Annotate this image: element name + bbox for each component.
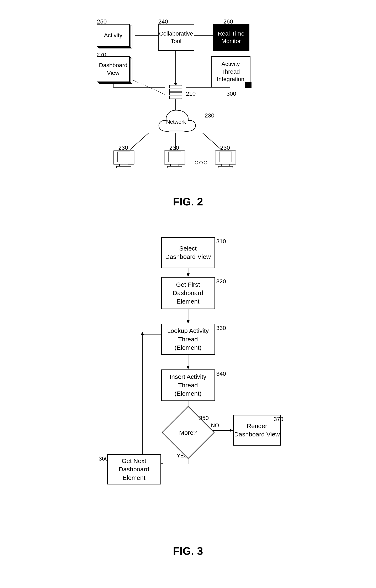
network-cloud: Network [142,108,210,135]
svg-rect-19 [169,96,182,99]
fc-320-label: Get FirstDashboardElement [173,281,203,306]
svg-marker-49 [141,332,144,335]
fc-330: Lookup ActivityThread(Element) [161,324,215,355]
fc-310-label: SelectDashboard View [165,244,211,261]
svg-rect-34 [218,166,233,168]
svg-rect-16 [169,85,182,88]
collab-tool-node: CollaborativeTool [158,24,194,51]
activity-node: Activity [97,24,134,51]
fc-350-label: More? [179,429,197,437]
activity-label: Activity [104,32,122,39]
fc-340-label: Insert ActivityThread(Element) [170,373,206,398]
fc-320: Get FirstDashboardElement [161,277,215,309]
server-num: 210 [186,90,196,97]
svg-rect-18 [169,92,182,95]
svg-rect-29 [170,164,179,166]
client3-node: 230 [213,150,238,171]
fig2-title: FIG. 2 [84,195,292,208]
collab-tool-label: CollaborativeTool [159,30,193,45]
ellipsis: ○○○ [194,158,208,167]
fig3-title: FIG. 3 [94,545,282,557]
realtime-monitor-node: Real-TimeMonitor [213,24,250,51]
client2-num: 230 [169,145,179,151]
client3-num: 230 [220,145,230,151]
svg-rect-33 [221,164,230,166]
fig2-container: Activity 250 CollaborativeTool 240 Real-… [84,12,292,218]
realtime-label: Real-TimeMonitor [218,30,244,45]
dashboard-view-label: DashboardView [99,62,127,77]
fc-360-label: Get NextDashboardElement [119,457,149,482]
svg-text:Network: Network [166,119,186,125]
fc-340: Insert ActivityThread(Element) [161,369,215,401]
svg-marker-38 [187,320,189,324]
fc-360-num: 360 [99,455,108,462]
fc-370-num: 370 [274,416,283,422]
svg-text:NO: NO [211,422,219,429]
svg-rect-24 [117,152,130,162]
fc-320-num: 320 [216,278,226,285]
fig3-container: YES NO SelectDashboard View 310 Get Firs… [94,227,282,568]
fc-310-num: 310 [216,238,226,245]
client1-num: 230 [118,145,128,151]
fig3-diagram: YES NO SelectDashboard View 310 Get Firs… [94,227,282,538]
activity-thread-label: ActivityThreadIntegration [217,60,244,83]
fig2-diagram: Activity 250 CollaborativeTool 240 Real-… [84,12,292,189]
svg-marker-44 [230,429,233,432]
svg-rect-32 [219,152,232,162]
activity-thread-num: 300 [227,90,236,97]
svg-line-14 [203,133,221,150]
client1-node: 230 [111,150,136,171]
fc-360: Get NextDashboardElement [107,454,161,484]
fc-340-num: 340 [216,370,226,377]
svg-rect-17 [169,89,182,92]
fc-350-num: 350 [199,415,209,421]
page: Activity 250 CollaborativeTool 240 Real-… [0,0,376,588]
client2-node: 230 [162,150,187,171]
realtime-num: 260 [223,18,233,25]
fc-310: SelectDashboard View [161,237,215,268]
server-node [166,84,185,103]
svg-rect-28 [168,152,181,162]
activity-thread-node: ActivityThreadIntegration [211,56,251,88]
fc-370-label: RenderDashboard View [234,422,280,439]
fc-330-label: Lookup ActivityThread(Element) [167,327,209,352]
svg-marker-36 [187,273,189,277]
dashboard-view-node: DashboardView [97,56,134,86]
collab-num: 240 [158,18,168,25]
svg-rect-30 [167,166,182,168]
fc-330-num: 330 [216,325,226,331]
svg-rect-26 [116,166,131,168]
svg-rect-25 [119,164,128,166]
svg-line-12 [130,133,149,150]
svg-marker-40 [187,366,189,369]
